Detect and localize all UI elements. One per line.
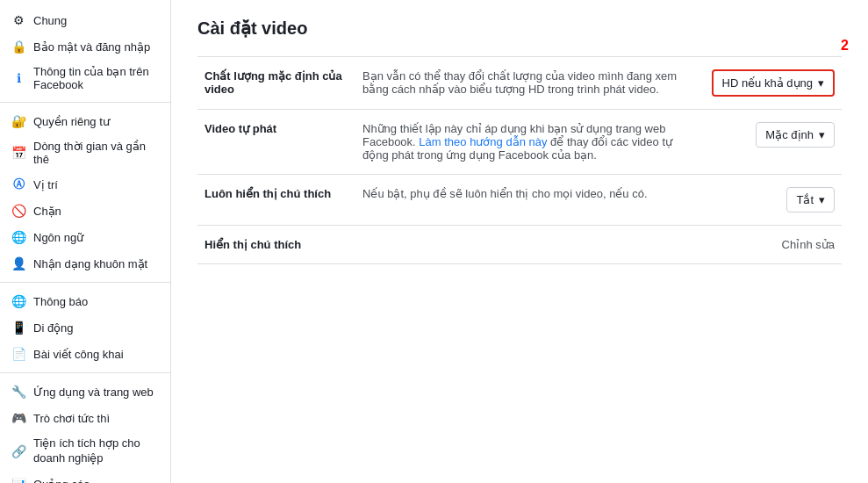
sidebar-item-label: Bảo mật và đăng nhập xyxy=(33,40,150,54)
sidebar-item-label: Thông báo xyxy=(33,295,88,308)
dropdown-arrow-icon: ▾ xyxy=(819,128,825,141)
sidebar-item-label: Vị trí xyxy=(33,178,58,191)
sidebar-divider-1 xyxy=(0,102,170,103)
sidebar-item-label: Ngôn ngữ xyxy=(33,231,83,244)
sidebar-item-label: Thông tin của bạn trên Facebook xyxy=(33,65,160,91)
main-content: Cài đặt video Chất lượng mặc định của vi… xyxy=(171,0,868,483)
setting-label-video-tu-phat: Video tự phát xyxy=(197,110,355,175)
page-title: Cài đặt video xyxy=(197,18,842,39)
block-icon: 🚫 xyxy=(11,203,26,219)
sidebar-divider-3 xyxy=(0,372,170,373)
setting-desc-chu-thich: Nếu bật, phụ đề sẽ luôn hiển thị cho mọi… xyxy=(355,175,705,226)
ads-icon: 📊 xyxy=(11,477,26,483)
settings-icon: ⚙ xyxy=(11,12,26,28)
setting-row-empty xyxy=(197,264,842,335)
setting-control-chu-thich2: Chỉnh sửa xyxy=(705,226,843,264)
dropdown-arrow-icon: ▾ xyxy=(818,76,824,90)
sidebar-item-label: Quyền riêng tư xyxy=(33,115,110,128)
sidebar-item-thong-tin[interactable]: ℹ Thông tin của bạn trên Facebook xyxy=(0,60,170,97)
setting-control-chat-luong: HD nếu khả dụng ▾ 2 xyxy=(705,57,843,110)
sidebar-item-bai-viet[interactable]: 📄 Bài viết công khai xyxy=(0,341,170,367)
sidebar-item-label: Trò chơi tức thì xyxy=(33,412,110,425)
sidebar-item-quyen-rieng[interactable]: 🔐 Quyền riêng tư xyxy=(0,108,170,134)
chinh-sua-link[interactable]: Chỉnh sửa xyxy=(782,238,835,251)
setting-label-chu-thich2: Hiển thị chú thích xyxy=(197,226,355,264)
sidebar-item-thong-bao[interactable]: 🌐 Thông báo xyxy=(0,288,170,314)
sidebar-item-ngon-ngu[interactable]: 🌐 Ngôn ngữ xyxy=(0,224,170,250)
settings-table: Chất lượng mặc định của video Bạn vẫn có… xyxy=(197,56,842,335)
chu-thich-dropdown[interactable]: Tắt ▾ xyxy=(786,187,835,213)
games-icon: 🎮 xyxy=(11,410,26,426)
sidebar-item-label: Dòng thời gian và gần thê xyxy=(33,140,160,166)
setting-row-chu-thich: Luôn hiển thị chú thích Nếu bật, phụ đề … xyxy=(197,175,842,226)
sidebar-item-bao-mat[interactable]: 🔒 Bảo mật và đăng nhập xyxy=(0,33,170,60)
sidebar-item-tro-choi[interactable]: 🎮 Trò chơi tức thì xyxy=(0,405,170,431)
sidebar-item-label: Chung xyxy=(33,14,67,27)
annotation-badge-2: 2 xyxy=(841,38,849,54)
timeline-icon: 📅 xyxy=(11,145,26,161)
sidebar-item-chan[interactable]: 🚫 Chặn xyxy=(0,198,170,224)
sidebar-item-label: Nhận dạng khuôn mặt xyxy=(33,257,147,270)
sidebar-item-ung-dung[interactable]: 🔧 Ứng dụng và trang web xyxy=(0,378,170,405)
public-post-icon: 📄 xyxy=(11,346,26,362)
sidebar: ⚙ Chung 🔒 Bảo mật và đăng nhập ℹ Thông t… xyxy=(0,0,171,483)
sidebar-item-vi-tri[interactable]: Ⓐ Vị trí xyxy=(0,171,170,198)
sidebar-item-nhan-dang[interactable]: 👤 Nhận dạng khuôn mặt xyxy=(0,250,170,277)
sidebar-item-label: Di động xyxy=(33,321,74,335)
integration-icon: 🔗 xyxy=(11,443,26,459)
notification-icon: 🌐 xyxy=(11,293,26,309)
sidebar-item-dong-thoi[interactable]: 📅 Dòng thời gian và gần thê xyxy=(0,134,170,171)
setting-desc-chu-thich2 xyxy=(355,226,705,264)
setting-control-video-tu-phat: Mặc định ▾ xyxy=(705,110,843,175)
setting-control-chu-thich: Tắt ▾ xyxy=(705,175,843,226)
setting-desc-chat-luong: Bạn vẫn có thể thay đổi chất lượng của v… xyxy=(355,57,705,110)
sidebar-item-chung[interactable]: ⚙ Chung xyxy=(0,7,170,33)
sidebar-item-label: Bài viết công khai xyxy=(33,348,124,361)
sidebar-divider-2 xyxy=(0,282,170,283)
lock-icon: 🔒 xyxy=(11,39,26,54)
sidebar-item-label: Quảng cáo xyxy=(33,478,90,483)
setting-row-video-tu-phat: Video tự phát Những thiết lập này chỉ áp… xyxy=(197,110,842,175)
setting-label-chu-thich: Luôn hiển thị chú thích xyxy=(197,175,355,226)
sidebar-item-label: Tiện ích tích hợp cho doanh nghiệp xyxy=(33,436,160,466)
setting-row-chat-luong: Chất lượng mặc định của video Bạn vẫn có… xyxy=(197,57,842,110)
apps-icon: 🔧 xyxy=(11,384,26,400)
setting-desc-video-tu-phat: Những thiết lập này chỉ áp dụng khi bạn … xyxy=(355,110,705,175)
dropdown-arrow-icon: ▾ xyxy=(819,193,825,206)
language-icon: 🌐 xyxy=(11,229,26,245)
info-icon: ℹ xyxy=(11,70,26,86)
privacy-icon: 🔐 xyxy=(11,113,26,129)
sidebar-item-tien-ich[interactable]: 🔗 Tiện ích tích hợp cho doanh nghiệp xyxy=(0,431,170,472)
chat-luong-dropdown[interactable]: HD nếu khả dụng ▾ xyxy=(712,69,836,97)
sidebar-item-quang-cao[interactable]: 📊 Quảng cáo xyxy=(0,472,170,483)
sidebar-item-label: Ứng dụng và trang web xyxy=(33,386,154,399)
face-icon: 👤 xyxy=(11,256,26,271)
setting-row-chu-thich2: Hiển thị chú thích Chỉnh sửa xyxy=(197,226,842,264)
huong-dan-link[interactable]: Làm theo hướng dẫn này xyxy=(419,135,547,148)
sidebar-item-label: Chặn xyxy=(33,205,61,218)
location-icon: Ⓐ xyxy=(11,177,26,192)
mobile-icon: 📱 xyxy=(11,320,26,335)
sidebar-item-di-dong[interactable]: 📱 Di động xyxy=(0,314,170,341)
setting-label-chat-luong: Chất lượng mặc định của video xyxy=(197,57,355,110)
video-tu-phat-dropdown[interactable]: Mặc định ▾ xyxy=(756,122,835,148)
